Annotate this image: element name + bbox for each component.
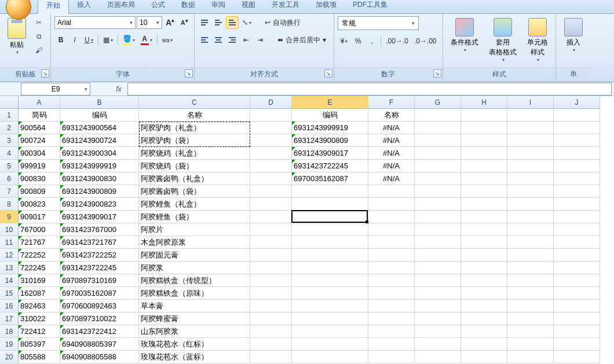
row-header-1[interactable]: 1 — [0, 109, 19, 122]
cell[interactable]: 6931243900823 — [60, 198, 139, 211]
number-dialog-launcher[interactable]: ↘ — [433, 69, 441, 78]
cell[interactable] — [368, 223, 415, 236]
row-header-3[interactable]: 3 — [0, 134, 19, 147]
cell[interactable]: 编码 — [292, 109, 368, 122]
column-header-H[interactable]: H — [461, 96, 507, 109]
row-header-20[interactable]: 20 — [0, 351, 19, 363]
row-header-6[interactable]: 6 — [0, 172, 19, 185]
cell[interactable] — [461, 351, 507, 363]
cell[interactable]: 阿胶鲤鱼（礼盒） — [139, 198, 250, 211]
row-header-7[interactable]: 7 — [0, 185, 19, 198]
cell[interactable]: 900809 — [19, 185, 60, 198]
cell[interactable]: 名称 — [139, 109, 250, 122]
cell[interactable]: 6970035162087 — [292, 172, 368, 185]
column-header-A[interactable]: A — [19, 96, 60, 109]
row-header-15[interactable]: 15 — [0, 287, 19, 300]
cell[interactable] — [250, 287, 292, 300]
cell[interactable] — [250, 198, 292, 211]
row-header-8[interactable]: 8 — [0, 198, 19, 211]
cell[interactable] — [368, 287, 415, 300]
cell[interactable]: #N/A — [368, 122, 415, 134]
cell[interactable] — [461, 211, 507, 223]
cell[interactable]: 玫瑰花苞水（红标） — [139, 338, 250, 351]
cell[interactable]: 6931243900304 — [60, 147, 139, 160]
cell[interactable] — [250, 185, 292, 198]
cell[interactable]: 6931243900809 — [60, 185, 139, 198]
cell[interactable] — [250, 134, 292, 147]
cell[interactable] — [368, 249, 415, 262]
tab-pdf[interactable]: PDF工具集 — [345, 0, 396, 13]
cell[interactable]: 6931423722252 — [60, 249, 139, 262]
cell[interactable] — [554, 211, 600, 223]
tab-data[interactable]: 数据 — [173, 0, 203, 13]
row-header-19[interactable]: 19 — [0, 338, 19, 351]
alignment-dialog-launcher[interactable]: ↘ — [324, 69, 332, 78]
cell[interactable] — [368, 185, 415, 198]
cell[interactable] — [250, 312, 292, 325]
cell[interactable]: 6970897310169 — [60, 274, 139, 287]
accounting-format-button[interactable]: ¥▾ — [338, 35, 350, 47]
cell[interactable]: 6931243900724 — [60, 134, 139, 147]
cell[interactable]: 892463 — [19, 300, 60, 312]
insert-cells-button[interactable]: 插入▾ — [560, 16, 587, 54]
row-header-17[interactable]: 17 — [0, 312, 19, 325]
cell[interactable] — [368, 312, 415, 325]
phonetic-button[interactable]: wa▾ — [160, 34, 176, 46]
cell[interactable]: 6931423722245 — [60, 262, 139, 274]
cell[interactable] — [250, 351, 292, 363]
cell[interactable] — [368, 351, 415, 363]
row-header-16[interactable]: 16 — [0, 300, 19, 312]
align-left-button[interactable] — [198, 34, 211, 46]
fill-color-button[interactable]: 🪣▾ — [120, 34, 137, 46]
cell[interactable]: 722412 — [19, 325, 60, 338]
cell[interactable] — [461, 185, 507, 198]
cell[interactable] — [415, 338, 461, 351]
cell[interactable]: 阿胶蜂蜜膏 — [139, 312, 250, 325]
cell[interactable]: #N/A — [368, 134, 415, 147]
clipboard-dialog-launcher[interactable]: ↘ — [41, 69, 49, 78]
cell[interactable] — [415, 249, 461, 262]
cell[interactable] — [507, 185, 554, 198]
column-header-J[interactable]: J — [554, 96, 600, 109]
cell[interactable]: 阿胶酱卤鸭（袋） — [139, 185, 250, 198]
column-header-F[interactable]: F — [368, 96, 415, 109]
cell[interactable]: 6940908805397 — [60, 338, 139, 351]
cell[interactable] — [461, 325, 507, 338]
cell[interactable] — [507, 274, 554, 287]
cell[interactable] — [461, 160, 507, 172]
format-as-table-button[interactable]: 套用 表格格式▾ — [485, 16, 521, 64]
percent-format-button[interactable]: % — [352, 35, 364, 47]
cell[interactable] — [292, 325, 368, 338]
cell[interactable]: 6931423722245 — [292, 160, 368, 172]
cell[interactable] — [368, 274, 415, 287]
cell[interactable] — [554, 185, 600, 198]
cell[interactable] — [554, 223, 600, 236]
cell[interactable] — [415, 351, 461, 363]
cell[interactable] — [250, 274, 292, 287]
cell[interactable]: 草本膏 — [139, 300, 250, 312]
cell[interactable] — [250, 109, 292, 122]
cell[interactable] — [250, 172, 292, 185]
cell[interactable] — [554, 160, 600, 172]
cell[interactable] — [415, 300, 461, 312]
cell[interactable] — [507, 122, 554, 134]
paste-button[interactable]: 粘贴 ▾ — [3, 16, 30, 57]
formula-input[interactable] — [127, 83, 612, 95]
conditional-format-button[interactable]: 条件格式▾ — [447, 16, 483, 54]
cell[interactable] — [415, 325, 461, 338]
cell[interactable] — [461, 134, 507, 147]
cell[interactable] — [368, 300, 415, 312]
cell[interactable] — [250, 338, 292, 351]
cell[interactable]: 6931423721767 — [60, 236, 139, 249]
cell[interactable]: 805588 — [19, 351, 60, 363]
cell[interactable] — [415, 122, 461, 134]
cell[interactable] — [250, 300, 292, 312]
cell[interactable]: 909017 — [19, 211, 60, 223]
grow-font-button[interactable]: A▴ — [163, 16, 177, 29]
cell[interactable] — [507, 287, 554, 300]
cell[interactable] — [554, 351, 600, 363]
cell[interactable] — [461, 109, 507, 122]
wrap-text-button[interactable]: ↩ 自动换行 — [261, 16, 305, 29]
cell[interactable]: 6931243999919 — [60, 160, 139, 172]
cell[interactable] — [292, 338, 368, 351]
